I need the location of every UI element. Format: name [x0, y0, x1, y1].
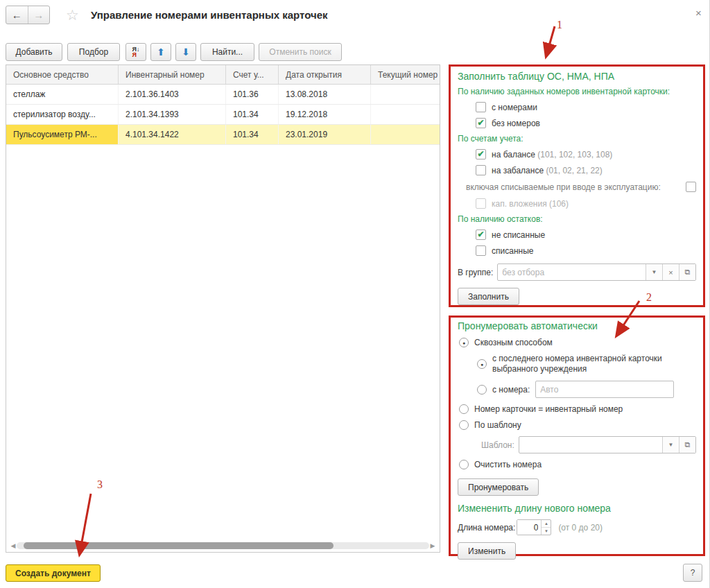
cell-current-number[interactable]	[371, 125, 440, 144]
section-label: По наличию заданных номеров инвентарной …	[458, 87, 696, 96]
radio-label: Сквозным способом	[474, 338, 553, 347]
move-up-button[interactable]: ⬆	[150, 43, 171, 61]
checkbox-label: списанные	[492, 246, 533, 256]
cell-current-number[interactable]	[371, 85, 440, 104]
length-label: Длина номера:	[458, 523, 515, 533]
dropdown-icon[interactable]: ▼	[662, 437, 679, 453]
on-balance-checkbox[interactable]: ✔	[476, 149, 486, 159]
spin-up-icon[interactable]: ▲	[542, 520, 551, 528]
template-field: ▼ ⧉	[519, 436, 696, 453]
checkbox-label: без номеров	[492, 119, 540, 128]
cell-asset[interactable]: стеллаж	[6, 85, 119, 104]
scrollbar-track[interactable]	[17, 542, 429, 549]
written-off-checkbox[interactable]	[476, 245, 486, 256]
card-equals-inventory-radio[interactable]	[459, 404, 469, 414]
fill-panel-title: Заполнить таблицу ОС, НМА, НПА	[458, 71, 696, 82]
nav-history-group: ← →	[6, 6, 50, 24]
cell-account[interactable]: 101.34	[226, 105, 279, 124]
column-header[interactable]: Основное средство	[6, 65, 119, 84]
length-section-title: Измененить длину нового номера	[458, 503, 696, 514]
length-spinner: ▲ ▼	[517, 519, 551, 535]
checkbox-label: кап. вложения (106)	[492, 199, 569, 209]
page-title: Управление номерами инвентарных карточек	[91, 9, 328, 21]
dropdown-icon[interactable]: ▼	[646, 264, 662, 280]
cell-inventory-number[interactable]: 2.101.34.1393	[119, 105, 226, 124]
without-numbers-checkbox[interactable]: ✔	[476, 118, 486, 128]
not-written-off-checkbox[interactable]: ✔	[476, 230, 486, 240]
off-balance-checkbox[interactable]	[476, 165, 486, 175]
template-label: Шаблон:	[481, 440, 514, 450]
horizontal-scrollbar[interactable]: ◀ ▶	[10, 542, 436, 550]
change-button[interactable]: Изменить	[458, 542, 516, 560]
column-header[interactable]: Дата открытия	[279, 65, 371, 84]
length-hint: (от 0 до 20)	[558, 523, 603, 533]
sort-button[interactable]: Я↓ Я	[125, 43, 146, 61]
capital-investments-checkbox[interactable]	[476, 198, 486, 209]
cell-open-date[interactable]: 13.08.2018	[279, 85, 371, 104]
pick-button[interactable]: Подбор	[67, 43, 120, 61]
checkbox-label: на балансе (101, 102, 103, 108)	[492, 150, 612, 159]
cell-account[interactable]: 101.34	[226, 125, 279, 144]
group-label: В группе:	[458, 268, 493, 277]
numbering-panel-title: Пронумеровать автоматически	[458, 320, 696, 331]
choose-icon[interactable]: ⧉	[679, 264, 695, 280]
cell-inventory-number[interactable]: 2.101.36.1403	[119, 85, 226, 104]
column-header[interactable]: Текущий номер	[371, 65, 440, 84]
table-row[interactable]: стеллаж 2.101.36.1403 101.36 13.08.2018	[6, 85, 440, 105]
assets-table: Основное средство Инвентарный номер Счет…	[6, 64, 440, 553]
back-icon[interactable]: ←	[6, 6, 28, 24]
scrollbar-thumb[interactable]	[24, 542, 334, 549]
group-input[interactable]	[498, 264, 646, 280]
checkbox-label: с номерами	[492, 103, 537, 112]
favorite-star-icon[interactable]: ☆	[66, 7, 79, 24]
radio-label: с номера:	[492, 385, 530, 395]
choose-icon[interactable]: ⧉	[679, 437, 695, 453]
cell-asset[interactable]: стерилизатор возду...	[6, 105, 119, 124]
cell-account[interactable]: 101.36	[226, 85, 279, 104]
clear-numbers-radio[interactable]	[459, 460, 469, 469]
move-down-button[interactable]: ⬇	[175, 43, 196, 61]
down-arrow-icon: ⬇	[182, 47, 190, 57]
through-method-radio[interactable]: ●	[459, 338, 469, 347]
cell-open-date[interactable]: 19.12.2018	[279, 105, 371, 124]
fill-button[interactable]: Заполнить	[458, 288, 519, 305]
template-input[interactable]	[519, 437, 662, 453]
find-button[interactable]: Найти...	[200, 43, 254, 61]
cell-inventory-number[interactable]: 4.101.34.1422	[119, 125, 226, 144]
checkbox-label: на забалансе (01, 02, 21, 22)	[492, 166, 603, 175]
table-header-row: Основное средство Инвентарный номер Счет…	[6, 65, 440, 85]
cell-asset[interactable]: Пульсоусиметр РМ-...	[6, 125, 119, 144]
scroll-left-icon[interactable]: ◀	[10, 542, 17, 549]
help-button[interactable]: ?	[683, 564, 702, 582]
including-checkbox[interactable]	[686, 182, 696, 192]
sort-icon: Я↓ Я	[132, 46, 140, 58]
cancel-search-button[interactable]: Отменить поиск	[259, 43, 342, 61]
with-numbers-checkbox[interactable]	[476, 102, 486, 112]
close-icon[interactable]: ×	[695, 7, 702, 19]
table-row-selected[interactable]: Пульсоусиметр РМ-... 4.101.34.1422 101.3…	[6, 125, 440, 145]
including-label: включая списываемые при вводе в эксплуат…	[466, 182, 661, 192]
length-input[interactable]	[517, 520, 541, 535]
radio-label: По шаблону	[474, 420, 521, 430]
column-header[interactable]: Инвентарный номер	[119, 65, 226, 84]
column-header[interactable]: Счет у...	[226, 65, 279, 84]
numbering-panel: Пронумеровать автоматически ● Сквозным с…	[449, 315, 705, 556]
table-row[interactable]: стерилизатор возду... 2.101.34.1393 101.…	[6, 105, 440, 125]
from-last-number-radio[interactable]: ●	[477, 359, 487, 369]
from-number-radio[interactable]	[477, 385, 487, 395]
radio-label: Очистить номера	[474, 460, 542, 469]
number-button[interactable]: Пронумеровать	[458, 478, 539, 496]
clear-icon[interactable]: ×	[662, 264, 679, 280]
up-arrow-icon: ⬆	[157, 47, 165, 57]
checkbox-label: не списанные	[492, 230, 545, 240]
window: ← → ☆ Управление номерами инвентарных ка…	[0, 0, 710, 588]
from-number-input[interactable]	[536, 381, 673, 397]
forward-icon[interactable]: →	[28, 6, 50, 24]
scroll-right-icon[interactable]: ▶	[429, 542, 436, 549]
cell-open-date[interactable]: 23.01.2019	[279, 125, 371, 144]
by-template-radio[interactable]	[459, 420, 469, 430]
spin-down-icon[interactable]: ▼	[542, 528, 551, 535]
cell-current-number[interactable]	[371, 105, 440, 124]
add-button[interactable]: Добавить	[6, 43, 62, 61]
create-document-button[interactable]: Создать документ	[6, 564, 101, 582]
